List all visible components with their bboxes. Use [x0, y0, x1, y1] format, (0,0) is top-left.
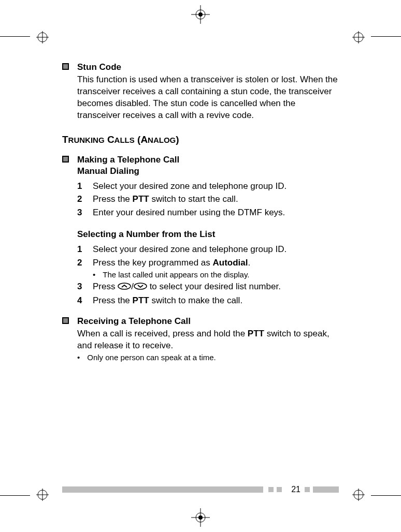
sub-bullet-text: Only one person can speak at a time. [87, 353, 216, 362]
footer-bar-icon [313, 486, 339, 493]
crop-edge-line [371, 36, 401, 37]
section-making-call: Making a Telephone Call Manual Dialing 1… [62, 155, 339, 307]
list-item: 1 Select your desired zone and telephone… [77, 243, 339, 256]
step-text: Press the PTT switch to start the call. [93, 193, 339, 206]
list-item: 2 Press the key programmed as Autodial. [77, 256, 339, 270]
step-text: Press / to select your desired list numb… [93, 280, 339, 293]
step-text: Select your desired zone and telephone g… [93, 180, 339, 193]
step-text: Enter your desired number using the DTMF… [93, 206, 339, 219]
up-button-icon [118, 280, 131, 294]
step-text: Press the key programmed as Autodial. [93, 256, 339, 270]
crop-mark-icon [191, 5, 210, 24]
square-bullet-icon [62, 156, 69, 162]
footer-squares-icon [268, 487, 282, 492]
svg-point-21 [134, 283, 147, 289]
crop-mark-icon [352, 489, 365, 501]
section-receiving-call: Receiving a Telephone Call When a call i… [62, 316, 339, 362]
square-bullet-icon [62, 63, 69, 70]
bullet-icon: • [77, 353, 80, 362]
crop-mark-icon [191, 508, 210, 527]
heading-receiving-call: Receiving a Telephone Call [77, 316, 191, 327]
crop-mark-icon [352, 31, 365, 43]
list-selecting-number: 1 Select your desired zone and telephone… [77, 243, 339, 307]
crop-edge-line [371, 495, 401, 496]
bullet-icon: • [93, 270, 95, 279]
square-bullet-icon [62, 317, 69, 324]
section-stun-code: Stun Code This function is used when a t… [62, 62, 339, 122]
footer-square-icon [305, 487, 310, 492]
footer-bar-icon [62, 486, 263, 493]
sub-bullet-item: • The last called unit appears on the di… [93, 270, 339, 279]
sub-bullet-text: The last called unit appears on the disp… [103, 270, 249, 279]
page-number: 21 [291, 485, 300, 494]
list-item: 3 Press / to select your desired list nu… [77, 280, 339, 293]
heading-stun-code: Stun Code [77, 62, 121, 72]
page-footer: 21 [62, 485, 339, 494]
list-item: 3 Enter your desired number using the DT… [77, 206, 339, 219]
step-text: Select your desired zone and telephone g… [93, 243, 339, 256]
step-text: Press the PTT switch to make the call. [93, 294, 339, 307]
crop-edge-line [0, 495, 30, 496]
text-stun-code-body: This function is used when a transceiver… [77, 74, 339, 122]
text-receiving-call-body: When a call is received, press and hold … [77, 328, 339, 352]
list-item: 4 Press the PTT switch to make the call. [77, 294, 339, 307]
heading-trunking-calls: TRUNKING CALLS (ANALOG) [62, 134, 339, 145]
list-item: 1 Select your desired zone and telephone… [77, 180, 339, 193]
page-content: Stun Code This function is used when a t… [62, 62, 339, 371]
list-item: 2 Press the PTT switch to start the call… [77, 193, 339, 206]
crop-mark-icon [36, 489, 49, 501]
heading-manual-dialing: Manual Dialing [77, 166, 339, 176]
down-button-icon [134, 280, 147, 294]
crop-mark-icon [36, 31, 49, 43]
svg-point-20 [118, 283, 131, 289]
heading-making-call: Making a Telephone Call [77, 155, 179, 165]
list-manual-dialing: 1 Select your desired zone and telephone… [77, 180, 339, 219]
heading-selecting-number: Selecting a Number from the List [77, 229, 339, 240]
sub-bullet-item: • Only one person can speak at a time. [77, 353, 339, 362]
crop-edge-line [0, 36, 30, 37]
